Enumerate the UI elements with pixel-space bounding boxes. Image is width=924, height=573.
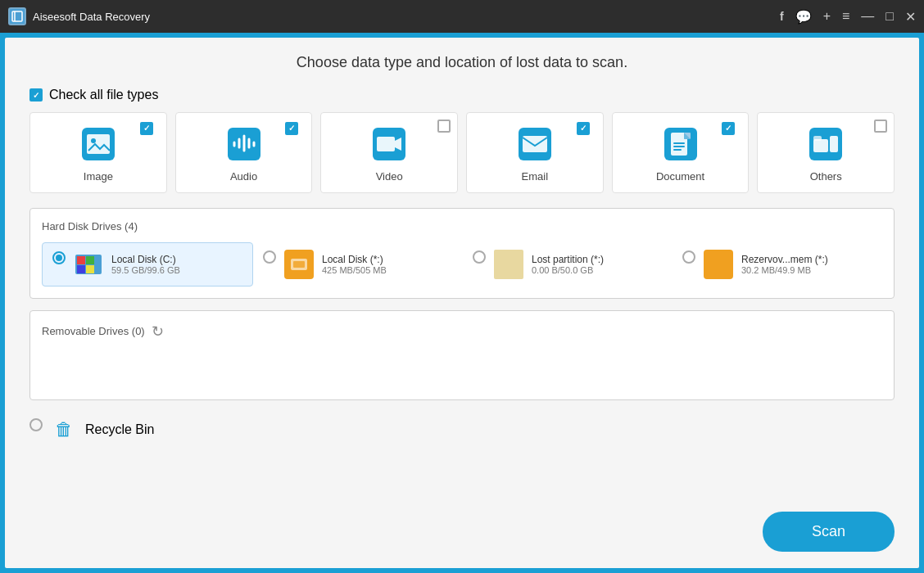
file-type-video[interactable]: Video	[320, 112, 458, 193]
menu-icon[interactable]: ≡	[842, 9, 849, 24]
email-checkbox[interactable]	[577, 120, 596, 135]
page-title: Choose data type and location of lost da…	[29, 54, 895, 71]
scan-button[interactable]: Scan	[763, 512, 895, 552]
drive-rezervov-size: 30.2 MB/49.9 MB	[741, 265, 828, 275]
hard-disk-title: Hard Disk Drives (4)	[42, 220, 882, 232]
drive-star-info: Local Disk (*:) 425 MB/505 MB	[322, 254, 387, 275]
recycle-bin-label: Recycle Bin	[85, 422, 154, 437]
svg-rect-13	[673, 142, 685, 144]
drive-lost-info: Lost partition (*:) 0.00 B/50.0 GB	[532, 254, 604, 275]
drive-local-c[interactable]: Local Disk (C:) 59.5 GB/99.6 GB	[42, 242, 253, 286]
svg-rect-21	[77, 256, 85, 264]
app-icon	[8, 7, 26, 25]
drive-star-size: 425 MB/505 MB	[322, 265, 387, 275]
drive-rezervov-name: Rezervov...mem (*:)	[741, 254, 828, 265]
drive-c-icon	[74, 250, 103, 279]
svg-rect-18	[813, 136, 822, 141]
removable-title: Removable Drives (0) ↻	[42, 323, 882, 339]
drive-c-radio[interactable]	[52, 251, 66, 264]
document-icon	[661, 124, 700, 164]
audio-icon	[224, 124, 264, 164]
message-icon[interactable]: 💬	[795, 9, 812, 25]
file-type-document[interactable]: Document	[612, 112, 750, 193]
drive-star-icon	[284, 250, 314, 279]
file-type-image[interactable]: Image	[29, 112, 167, 193]
video-icon	[369, 124, 409, 164]
window-controls[interactable]: f 💬 + ≡ — □ ✕	[780, 9, 916, 25]
svg-rect-15	[673, 149, 682, 151]
document-checkbox[interactable]	[722, 120, 741, 135]
audio-checkbox[interactable]	[285, 120, 305, 135]
check-all-checkbox[interactable]	[29, 88, 43, 102]
drives-grid: Local Disk (C:) 59.5 GB/99.6 GB Local Di…	[42, 242, 882, 286]
drive-c-name: Local Disk (C:)	[111, 254, 180, 265]
email-icon	[515, 124, 555, 164]
others-checkbox[interactable]	[874, 120, 887, 136]
svg-rect-17	[813, 139, 828, 152]
facebook-icon[interactable]: f	[780, 10, 784, 23]
image-label: Image	[84, 170, 113, 183]
main-content: Choose data type and location of lost da…	[5, 38, 919, 568]
svg-rect-24	[86, 265, 94, 273]
document-label: Document	[656, 170, 704, 183]
titlebar: Aiseesoft Data Recovery f 💬 + ≡ — □ ✕	[0, 0, 924, 33]
drive-star-name: Local Disk (*:)	[322, 254, 387, 265]
drive-star-radio[interactable]	[263, 250, 276, 264]
svg-rect-23	[77, 265, 85, 273]
refresh-button[interactable]: ↻	[152, 323, 168, 339]
audio-label: Audio	[230, 170, 257, 183]
recycle-bin-icon: 🗑	[51, 417, 77, 443]
svg-rect-0	[12, 11, 22, 21]
video-checkbox[interactable]	[437, 120, 451, 136]
drive-rezervov-icon	[704, 250, 733, 279]
svg-rect-3	[87, 134, 110, 154]
svg-rect-26	[293, 261, 305, 268]
recycle-bin-radio[interactable]	[29, 418, 43, 431]
minimize-button[interactable]: —	[861, 9, 874, 24]
file-type-others[interactable]: Others	[757, 112, 895, 193]
hard-disk-section: Hard Disk Drives (4) Local Disk (C:)	[29, 208, 895, 299]
drive-c-size: 59.5 GB/99.6 GB	[111, 265, 180, 275]
drive-rezervov[interactable]: Rezervov...mem (*:) 30.2 MB/49.9 MB	[673, 242, 882, 286]
check-all-row[interactable]: Check all file types	[29, 88, 895, 102]
video-label: Video	[376, 170, 403, 183]
svg-rect-14	[673, 146, 685, 147]
file-types-grid: Image Audio	[29, 112, 895, 193]
others-label: Others	[810, 170, 842, 183]
app-title: Aiseesoft Data Recovery	[33, 11, 780, 23]
drive-rezervov-radio[interactable]	[682, 250, 695, 264]
recycle-bin-section[interactable]: 🗑 Recycle Bin	[29, 412, 895, 448]
image-icon	[79, 124, 118, 164]
add-icon[interactable]: +	[823, 9, 831, 24]
drive-lost-name: Lost partition (*:)	[532, 254, 604, 265]
drive-lost-size: 0.00 B/50.0 GB	[532, 265, 604, 275]
svg-rect-19	[830, 136, 838, 152]
svg-rect-9	[523, 136, 547, 152]
svg-point-4	[91, 138, 96, 143]
others-icon	[806, 124, 845, 164]
svg-rect-22	[86, 256, 94, 264]
email-label: Email	[522, 170, 549, 183]
drive-lost-radio[interactable]	[473, 250, 486, 264]
check-all-label: Check all file types	[49, 88, 158, 102]
svg-rect-7	[377, 137, 395, 151]
drive-lost-icon	[494, 250, 523, 279]
maximize-button[interactable]: □	[886, 9, 894, 24]
drive-lost-partition[interactable]: Lost partition (*:) 0.00 B/50.0 GB	[463, 242, 673, 286]
file-type-audio[interactable]: Audio	[175, 112, 313, 193]
file-type-email[interactable]: Email	[466, 112, 604, 193]
scan-button-container: Scan	[29, 505, 895, 552]
image-checkbox[interactable]	[140, 120, 160, 135]
drive-local-star[interactable]: Local Disk (*:) 425 MB/505 MB	[253, 242, 463, 286]
removable-section: Removable Drives (0) ↻	[29, 310, 895, 400]
drive-rezervov-info: Rezervov...mem (*:) 30.2 MB/49.9 MB	[741, 254, 828, 275]
drive-c-info: Local Disk (C:) 59.5 GB/99.6 GB	[111, 254, 180, 275]
close-button[interactable]: ✕	[905, 9, 916, 25]
